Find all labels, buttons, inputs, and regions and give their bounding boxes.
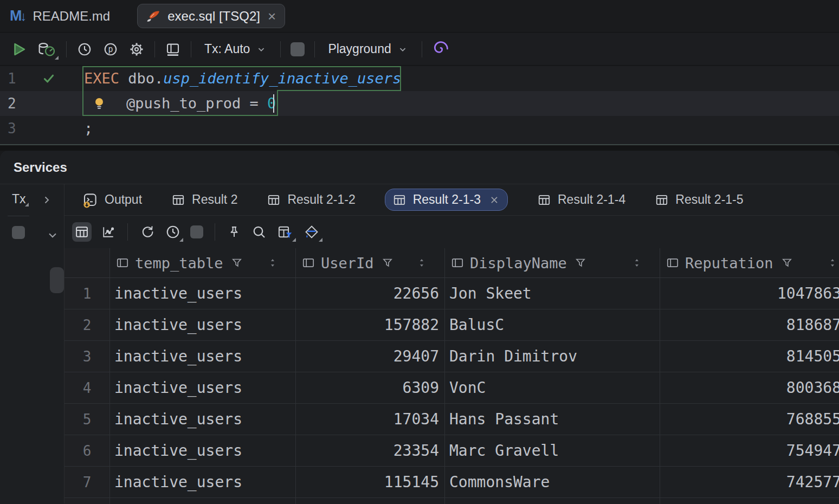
sort-icon[interactable]	[827, 256, 839, 270]
funnel-icon[interactable]	[780, 256, 794, 270]
grid-view-button[interactable]	[72, 222, 92, 242]
cell-reputation[interactable]: 818687	[660, 309, 839, 340]
column-header-userid[interactable]: UserId	[296, 248, 445, 277]
chevron-down-icon[interactable]	[46, 228, 60, 242]
cell-reputation[interactable]: 814505	[660, 341, 839, 372]
result-tab-label: Result 2-1-5	[675, 192, 743, 207]
close-icon[interactable]	[488, 194, 500, 206]
cell-user-id[interactable]: 6309	[296, 372, 445, 403]
column-name: DisplayName	[470, 255, 567, 272]
run-icon[interactable]	[11, 41, 27, 57]
cell-user-id[interactable]: 157882	[296, 309, 445, 340]
row-number[interactable]: 5	[64, 404, 110, 435]
cell-temp-table[interactable]: inactive_users	[110, 309, 296, 340]
stop-icon[interactable]	[12, 226, 25, 239]
column-name: temp_table	[135, 255, 223, 272]
tx-mode-select[interactable]: Tx: Auto	[201, 42, 270, 56]
cell-reputation[interactable]: 1047863	[660, 278, 839, 309]
cell-display-name[interactable]: CommonsWare	[445, 467, 660, 497]
row-number-header[interactable]	[64, 248, 110, 277]
row-number[interactable]: 6	[64, 435, 110, 466]
row-number[interactable]: 7	[64, 467, 110, 497]
result-tab-output[interactable]: Output	[82, 192, 142, 208]
pin-icon[interactable]	[227, 224, 242, 240]
funnel-icon[interactable]	[380, 256, 395, 270]
stop-icon[interactable]	[291, 42, 305, 56]
cell-user-id[interactable]: 17034	[296, 404, 445, 435]
dropdown-corner	[55, 56, 59, 60]
query-history-icon[interactable]	[165, 224, 181, 240]
dropdown-corner	[25, 203, 29, 206]
refresh-icon[interactable]	[139, 224, 156, 240]
column-name: UserId	[321, 255, 374, 272]
result-tab-result-2-1-4[interactable]: Result 2-1-4	[537, 192, 625, 207]
code-text-3[interactable]: ;	[84, 116, 93, 141]
row-number[interactable]: 3	[64, 341, 110, 372]
run-db-icon[interactable]	[37, 41, 56, 58]
cell-reputation[interactable]: 742577	[660, 467, 839, 497]
line-number: 2	[8, 91, 26, 116]
table-icon	[655, 193, 669, 207]
gear-icon[interactable]	[128, 41, 145, 57]
scrollbar-thumb[interactable]	[50, 267, 64, 293]
funnel-icon[interactable]	[230, 256, 244, 270]
cell-temp-table[interactable]: inactive_users	[110, 404, 296, 435]
result-tab-result-2[interactable]: Result 2	[171, 192, 237, 207]
cell-user-id[interactable]: 22656	[296, 278, 445, 309]
cell-reputation[interactable]: 754947	[660, 435, 839, 466]
funnel-icon[interactable]	[573, 256, 588, 270]
table-row-partial	[64, 498, 839, 504]
fill-icon[interactable]	[303, 224, 320, 240]
clock-icon[interactable]	[76, 41, 93, 57]
ai-swirl-icon[interactable]	[432, 41, 449, 58]
check-icon	[41, 71, 56, 86]
result-tab-result-2-1-3[interactable]: Result 2-1-3	[385, 189, 508, 211]
profiler-icon[interactable]: p	[102, 41, 119, 57]
table-row: 1inactive_users22656Jon Skeet1047863	[64, 278, 839, 309]
table-row: 5inactive_users17034Hans Passant768855	[64, 404, 839, 435]
sort-icon[interactable]	[267, 256, 290, 270]
cell-display-name[interactable]: Marc Gravell	[445, 435, 660, 466]
row-number[interactable]: 4	[64, 372, 110, 403]
cell-user-id[interactable]: 23354	[296, 435, 445, 466]
cell-display-name[interactable]: Hans Passant	[445, 404, 660, 435]
sort-icon[interactable]	[631, 256, 654, 270]
row-number[interactable]: 1	[64, 278, 110, 309]
tx-toggle[interactable]: Tx	[12, 192, 26, 206]
column-header-reputation[interactable]: Reputation	[660, 248, 839, 277]
search-icon[interactable]	[251, 224, 267, 240]
sort-icon[interactable]	[416, 256, 439, 270]
cell-temp-table[interactable]: inactive_users	[110, 435, 296, 466]
result-tab-result-2-1-5[interactable]: Result 2-1-5	[655, 192, 743, 207]
cell-reputation[interactable]: 800368	[660, 372, 839, 403]
filter-table-icon[interactable]	[276, 224, 294, 240]
column-header-temp-table[interactable]: temp_table	[110, 248, 296, 277]
session-select[interactable]: Playground	[325, 42, 411, 56]
cell-display-name[interactable]: Darin Dimitrov	[445, 341, 660, 372]
chart-view-button[interactable]	[101, 224, 116, 240]
row-number[interactable]: 2	[64, 309, 110, 340]
result-tab-result-2-1-2[interactable]: Result 2-1-2	[267, 192, 355, 207]
layout-icon[interactable]	[165, 41, 181, 57]
cell-temp-table[interactable]: inactive_users	[110, 467, 296, 497]
table-row: 7inactive_users115145CommonsWare742577	[64, 467, 839, 498]
cell-reputation[interactable]: 768855	[660, 404, 839, 435]
cell-user-id[interactable]: 115145	[296, 467, 445, 497]
close-icon[interactable]: ×	[267, 9, 277, 23]
cell-display-name[interactable]: BalusC	[445, 309, 660, 340]
cell-temp-table[interactable]: inactive_users	[110, 372, 296, 403]
cell-user-id[interactable]: 29407	[296, 341, 445, 372]
table-icon	[171, 193, 185, 207]
cell-temp-table[interactable]: inactive_users	[110, 278, 296, 309]
cell-temp-table[interactable]: inactive_users	[110, 341, 296, 372]
cell-display-name[interactable]: VonC	[445, 372, 660, 403]
column-header-displayname[interactable]: DisplayName	[445, 248, 660, 277]
markdown-icon: M↓	[10, 8, 27, 24]
tab-exec-sql-label: exec.sql [TSQ2]	[167, 9, 260, 24]
chevron-right-icon[interactable]	[40, 193, 53, 206]
cell-display-name[interactable]: Jon Skeet	[445, 278, 660, 309]
sql-editor[interactable]: 1 EXEC dbo.usp_identify_inactive_users 2…	[0, 66, 839, 144]
tab-exec-sql[interactable]: exec.sql [TSQ2] ×	[137, 4, 285, 28]
tab-readme[interactable]: M↓ README.md	[10, 8, 110, 24]
stop-icon[interactable]	[190, 225, 203, 238]
